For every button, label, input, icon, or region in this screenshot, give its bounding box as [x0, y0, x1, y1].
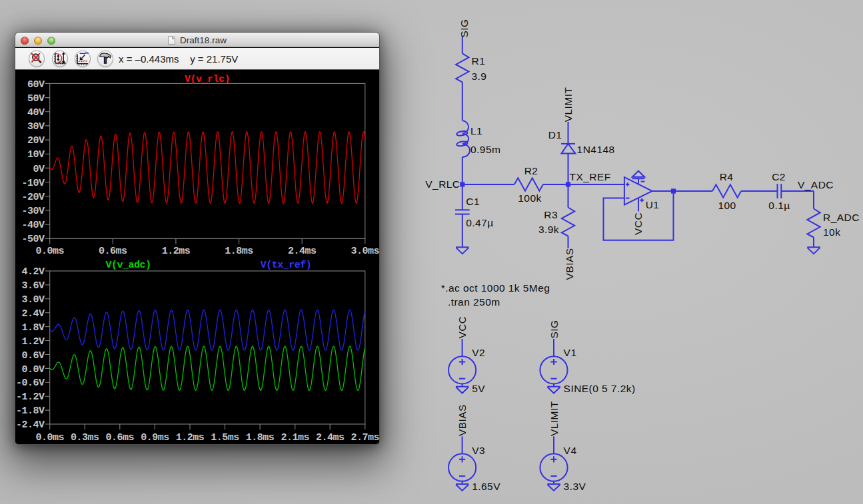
- svg-text:1.8ms: 1.8ms: [225, 246, 253, 257]
- svg-text:1.8V: 1.8V: [21, 322, 45, 334]
- svg-text:U1: U1: [646, 199, 660, 210]
- svg-text:30V: 30V: [27, 121, 45, 132]
- svg-text:10k: 10k: [823, 226, 840, 238]
- svg-text:VLIMIT: VLIMIT: [562, 87, 574, 123]
- svg-text:10V: 10V: [27, 149, 45, 160]
- svg-text:D1: D1: [548, 129, 562, 140]
- svg-text:1.8ms: 1.8ms: [246, 432, 275, 443]
- svg-text:SIG: SIG: [548, 320, 560, 339]
- svg-text:0.6ms: 0.6ms: [99, 246, 127, 257]
- svg-text:0.0ms: 0.0ms: [35, 432, 64, 443]
- svg-text:-1.8V: -1.8V: [16, 405, 45, 417]
- svg-text:5V: 5V: [472, 383, 485, 394]
- svg-text:1N4148: 1N4148: [577, 144, 615, 155]
- svg-text:V(tx_ref): V(tx_ref): [261, 259, 312, 270]
- svg-text:2.4ms: 2.4ms: [288, 246, 317, 257]
- svg-text:100: 100: [718, 200, 736, 211]
- svg-text:L1: L1: [470, 125, 482, 136]
- svg-text:TX_REF: TX_REF: [570, 171, 611, 182]
- svg-text:0.9ms: 0.9ms: [141, 432, 169, 443]
- svg-text:VCC: VCC: [632, 212, 644, 235]
- svg-text:SIG: SIG: [458, 19, 470, 37]
- svg-text:3.0V: 3.0V: [21, 294, 45, 306]
- svg-text:VCC: VCC: [456, 316, 468, 339]
- svg-text:V(v_rlc): V(v_rlc): [185, 74, 230, 85]
- svg-text:3.9k: 3.9k: [538, 224, 559, 235]
- svg-text:1.2ms: 1.2ms: [162, 246, 191, 257]
- svg-text:V_RLC: V_RLC: [425, 178, 460, 190]
- svg-text:0.1µ: 0.1µ: [768, 200, 790, 211]
- svg-text:1.65V: 1.65V: [472, 481, 500, 492]
- svg-text:-30V: -30V: [21, 206, 45, 217]
- svg-text:*.ac oct 1000 1k 5Meg: *.ac oct 1000 1k 5Meg: [441, 282, 550, 294]
- svg-text:-40V: -40V: [21, 220, 45, 231]
- svg-text:V(v_adc): V(v_adc): [105, 259, 151, 270]
- svg-text:-0.6V: -0.6V: [16, 378, 45, 389]
- svg-text:V2: V2: [472, 347, 485, 358]
- svg-text:3.3V: 3.3V: [564, 481, 586, 492]
- svg-text:4.2V: 4.2V: [21, 266, 45, 278]
- svg-text:-2.4V: -2.4V: [16, 419, 45, 431]
- svg-text:R2: R2: [524, 165, 538, 176]
- svg-text:V_ADC: V_ADC: [798, 179, 834, 190]
- svg-text:3.6V: 3.6V: [21, 280, 45, 292]
- svg-text:V3: V3: [472, 445, 485, 456]
- svg-text:0.95m: 0.95m: [470, 144, 500, 155]
- svg-text:0.47µ: 0.47µ: [466, 217, 493, 228]
- svg-text:2.4ms: 2.4ms: [316, 432, 345, 443]
- svg-text:0.6ms: 0.6ms: [106, 432, 135, 443]
- svg-text:40V: 40V: [27, 107, 45, 119]
- svg-text:0.0ms: 0.0ms: [35, 246, 64, 257]
- svg-text:0.3ms: 0.3ms: [71, 432, 99, 443]
- svg-text:-20V: -20V: [21, 192, 45, 203]
- svg-text:R3: R3: [544, 209, 558, 220]
- svg-text:VBIAS: VBIAS: [456, 404, 468, 436]
- svg-text:V1: V1: [564, 347, 577, 358]
- svg-text:2.7ms: 2.7ms: [351, 432, 379, 443]
- svg-text:V4: V4: [564, 445, 577, 456]
- svg-text:0.6V: 0.6V: [21, 350, 45, 362]
- svg-text:1.2V: 1.2V: [21, 336, 45, 348]
- svg-text:20V: 20V: [27, 135, 45, 146]
- svg-text:1.2ms: 1.2ms: [176, 432, 205, 443]
- svg-text:R_ADC: R_ADC: [823, 212, 860, 223]
- svg-text:0.0V: 0.0V: [21, 364, 45, 376]
- svg-text:1.5ms: 1.5ms: [211, 432, 239, 443]
- svg-text:50V: 50V: [27, 93, 45, 105]
- svg-text:-10V: -10V: [21, 178, 45, 189]
- svg-text:R1: R1: [472, 55, 486, 67]
- svg-text:3.0ms: 3.0ms: [351, 246, 379, 257]
- svg-text:C1: C1: [466, 196, 480, 207]
- svg-text:100k: 100k: [518, 192, 541, 204]
- svg-text:SINE(0 5 7.2k): SINE(0 5 7.2k): [564, 383, 636, 394]
- svg-text:2.4V: 2.4V: [21, 308, 45, 320]
- svg-text:-50V: -50V: [21, 234, 45, 245]
- svg-text:VBIAS: VBIAS: [564, 248, 575, 280]
- svg-text:3.9: 3.9: [472, 71, 487, 82]
- svg-text:.tran 250m: .tran 250m: [448, 296, 500, 308]
- svg-text:C2: C2: [772, 171, 786, 182]
- svg-text:VLIMIT: VLIMIT: [548, 401, 560, 436]
- svg-text:60V: 60V: [27, 79, 45, 91]
- svg-text:-1.2V: -1.2V: [16, 391, 45, 403]
- svg-text:R4: R4: [720, 171, 734, 182]
- svg-text:2.1ms: 2.1ms: [281, 432, 309, 443]
- svg-text:0V: 0V: [33, 164, 45, 175]
